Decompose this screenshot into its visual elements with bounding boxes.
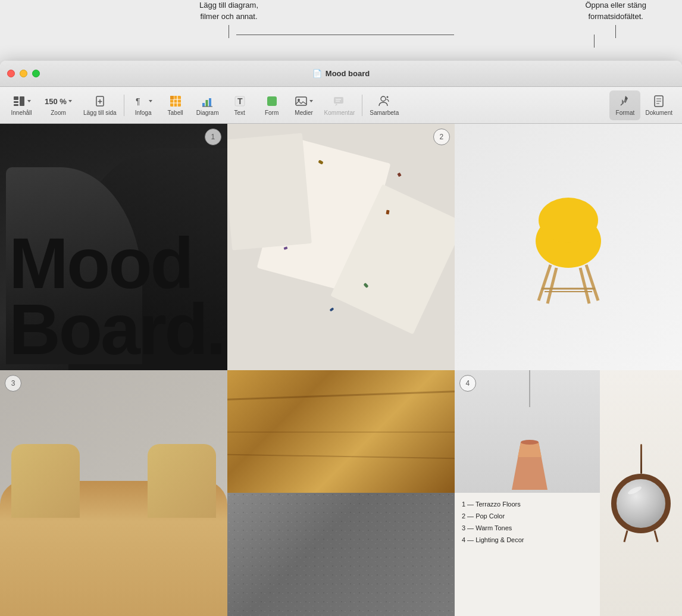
kommentar-icon [333,94,346,108]
separator-1 [124,95,124,116]
samarbeta-icon [378,94,391,108]
page: 1 — Terrazzo Floors 2 — Pop Color 3 — Wa… [0,124,682,616]
svg-text:T: T [237,96,243,106]
medier-icon [295,94,313,108]
samarbeta-label: Samarbeta [370,110,399,116]
diagram-icon [201,94,214,108]
tabell-icon [169,94,182,108]
svg-rect-21 [296,97,306,105]
page-number-4: 4 [459,375,476,392]
zoom-label: Zoom [51,110,66,116]
toolbar: Innehåll 150 % Zoom Lägg till sida [0,87,682,124]
svg-point-27 [386,96,388,98]
diagram-button[interactable]: Diagram [192,90,223,120]
dokument-label: Dokument [645,110,672,116]
page-number-2: 2 [433,129,450,145]
doc-icon: 📄 [312,69,322,78]
diagram-label: Diagram [196,110,219,116]
svg-rect-3 [20,96,24,106]
chair-svg [521,187,616,307]
svg-rect-14 [202,103,205,107]
zoom-button[interactable]: 150 % Zoom [38,90,79,120]
kommentar-label: Kommentar [324,110,355,116]
kommentar-button[interactable]: Kommentar [321,90,359,120]
svg-text:¶: ¶ [136,96,140,106]
list-item-2: 2 — Pop Color [462,511,597,523]
svg-rect-20 [267,96,277,106]
image-cell-2 [227,124,455,370]
add-page-label: Lägg till sida [83,110,117,116]
svg-point-26 [381,96,386,101]
tooltip-left-text: Lägg till diagram, filmer och annat. [199,0,258,23]
add-page-button[interactable]: Lägg till sida [80,90,120,120]
tabell-button[interactable]: Tabell [160,90,191,120]
image-cell-1 [0,124,227,370]
minimize-button[interactable] [20,70,27,77]
svg-rect-15 [205,100,208,107]
image-cell-6: 1 — Terrazzo Floors 2 — Pop Color 3 — Wa… [455,370,605,617]
svg-rect-1 [14,101,18,103]
list-item-4: 4 — Lighting & Decor [462,534,597,546]
format-button[interactable]: Format [609,90,640,120]
add-page-icon [93,94,107,108]
svg-point-28 [624,99,627,102]
page-number-3: 3 [5,375,21,392]
infoga-icon: ¶ [134,94,152,108]
form-icon [265,94,279,108]
svg-rect-16 [209,98,211,107]
innehall-label: Innehåll [11,110,32,116]
titlebar: 📄 Mood board [0,61,682,87]
dokument-button[interactable]: Dokument [642,90,676,120]
svg-point-41 [521,440,539,445]
lamp-svg [509,439,550,493]
svg-rect-2 [14,104,18,106]
list-item-3: 3 — Warm Tones [462,523,597,534]
image-cell-5 [227,370,455,617]
form-label: Form [265,110,279,116]
page-number-1: 1 [205,129,221,145]
text-button[interactable]: T Text [224,90,255,120]
canvas: 1 — Terrazzo Floors 2 — Pop Color 3 — Wa… [0,124,682,616]
text-icon: T [233,94,246,108]
medier-label: Medier [295,110,313,116]
svg-point-34 [539,198,598,243]
innehall-icon [12,94,31,108]
fullscreen-button[interactable] [32,70,40,77]
list-item-1: 1 — Terrazzo Floors [462,499,597,511]
svg-rect-0 [14,96,18,100]
svg-rect-13 [170,96,174,99]
form-button[interactable]: Form [256,90,287,120]
tooltip-area: Lägg till diagram, filmer och annat. Öpp… [0,0,682,62]
mirror-panel [600,370,682,617]
window-title: 📄 Mood board [312,69,370,78]
medier-button[interactable]: Medier [289,90,320,120]
text-label: Text [234,110,245,116]
zoom-icon: 150 % [45,94,72,108]
samarbeta-button[interactable]: Samarbeta [366,90,402,120]
format-icon [618,94,631,108]
image-cell-4 [0,370,227,617]
app-window: 📄 Mood board Innehåll 150 % Zoom [0,61,682,616]
tooltip-right-text: Öppna eller stäng formatsidofältet. [585,0,646,23]
tabell-label: Tabell [168,110,183,116]
image-cell-3 [455,124,682,370]
format-label: Format [616,110,635,116]
infoga-button[interactable]: ¶ Infoga [128,90,159,120]
svg-rect-23 [334,97,343,104]
dokument-icon [652,94,665,108]
infoga-label: Infoga [135,110,152,116]
separator-2 [362,95,362,116]
innehall-button[interactable]: Innehåll [6,90,37,120]
close-button[interactable] [7,70,15,77]
traffic-lights [7,70,40,77]
